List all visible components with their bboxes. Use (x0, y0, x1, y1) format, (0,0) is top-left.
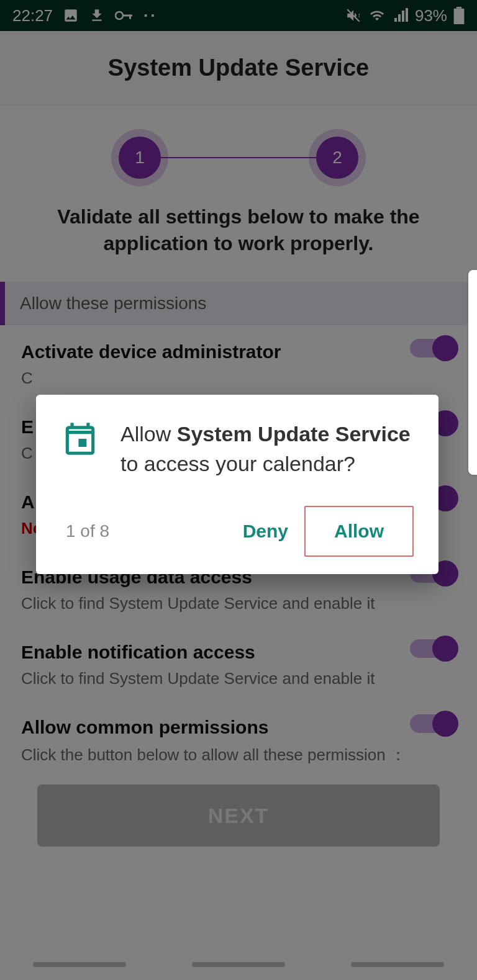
permission-dialog: Allow System Update Service to access yo… (36, 395, 438, 574)
scroll-handle[interactable] (468, 270, 477, 475)
deny-button[interactable]: Deny (230, 507, 301, 555)
dialog-message: Allow System Update Service to access yo… (120, 420, 414, 479)
calendar-icon (61, 420, 101, 479)
dialog-counter: 1 of 8 (61, 521, 109, 541)
allow-button[interactable]: Allow (304, 506, 414, 557)
